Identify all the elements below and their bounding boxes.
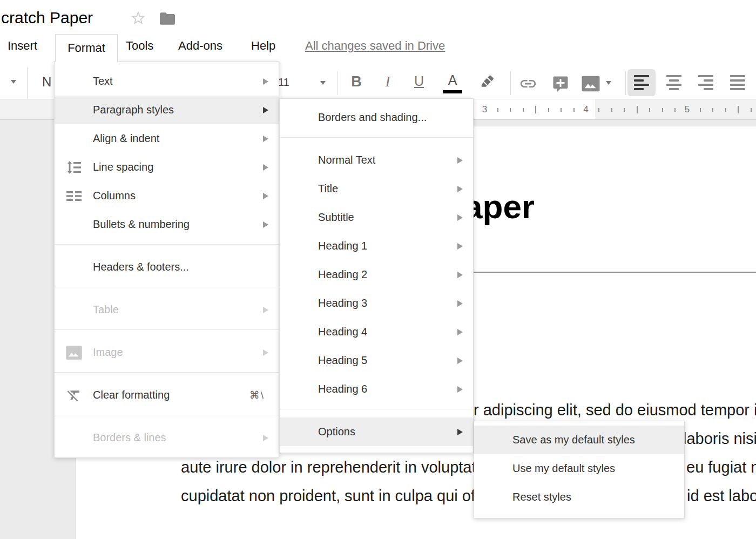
justify-icon[interactable] [724, 69, 752, 96]
document-name-field[interactable]: cratch Paper [1, 9, 93, 27]
ruler-number: 4 [583, 104, 588, 115]
toolbar-divider [625, 71, 626, 95]
align-right-icon[interactable] [692, 69, 720, 96]
menu-item-subtitle[interactable]: Subtitle [280, 203, 473, 232]
italic-button[interactable]: I [377, 73, 399, 90]
highlight-icon[interactable] [477, 72, 496, 91]
submenu-arrow-icon [457, 214, 463, 221]
menu-separator [55, 244, 279, 245]
ruler-number: 3 [482, 104, 487, 115]
menu-format[interactable]: Format [55, 34, 118, 62]
menu-item-label: Heading 5 [318, 354, 457, 367]
folder-icon[interactable] [159, 11, 176, 26]
menu-item-label: Table [93, 304, 263, 316]
menu-separator [280, 409, 473, 409]
ruler-tick [523, 108, 524, 112]
menu-item-columns[interactable]: Columns [55, 181, 279, 210]
menu-item-label: Borders and shading... [318, 111, 473, 124]
menu-item-label: Paragraph styles [93, 104, 263, 116]
submenu-arrow-icon [263, 136, 268, 142]
ruler-tick [561, 108, 562, 112]
menu-item-label: Subtitle [318, 211, 457, 224]
menu-separator [280, 137, 473, 138]
menu-item-title[interactable]: Title [280, 174, 473, 203]
insert-image-icon[interactable] [581, 75, 600, 92]
submenu-arrow-icon [263, 78, 268, 85]
menu-item-label: Heading 3 [318, 297, 457, 309]
image-icon [55, 345, 93, 360]
menu-item-label: Bullets & numbering [93, 218, 263, 231]
image-options-caret-icon[interactable] [606, 81, 611, 85]
ruler-tick [649, 108, 650, 112]
paragraph-styles-options-submenu: Save as my default stylesUse my default … [474, 421, 685, 518]
menu-item-line-spacing[interactable]: Line spacing [55, 153, 279, 181]
submenu-arrow-icon [457, 358, 463, 364]
google-docs-window: Scratch Paper r adipiscing elit, sed do … [0, 0, 756, 539]
menu-separator [55, 329, 279, 330]
menu-item-normal-text[interactable]: Normal Text [280, 146, 473, 174]
menu-tools[interactable]: Tools [126, 39, 153, 53]
line-spacing-icon [55, 159, 93, 176]
menu-item-label: Text [93, 75, 263, 87]
menu-item-label: Image [93, 346, 263, 359]
submenu-arrow-icon [457, 429, 463, 435]
dropdown-caret-icon[interactable] [11, 80, 16, 84]
menu-item-label: Heading 1 [318, 240, 457, 252]
ruler-tick [751, 108, 752, 112]
menu-item-bullets-numbering[interactable]: Bullets & numbering [55, 210, 279, 239]
ruler-tick [674, 108, 676, 112]
submenu-arrow-icon [457, 272, 463, 278]
text-color-button[interactable]: A [441, 72, 464, 88]
menu-item-heading-4[interactable]: Heading 4 [280, 318, 473, 346]
toolbar-divider [510, 71, 511, 95]
menu-item-label: Reset styles [512, 491, 684, 503]
menu-item-heading-2[interactable]: Heading 2 [280, 260, 473, 289]
menu-item-heading-3[interactable]: Heading 3 [280, 289, 473, 318]
menu-item-shortcut: ⌘\ [249, 389, 265, 401]
menu-item-save-as-my-default-styles[interactable]: Save as my default styles [474, 426, 684, 454]
paragraph-style-dropdown[interactable]: N [42, 75, 51, 90]
text-color-swatch [443, 90, 462, 93]
menu-item-headers-footers[interactable]: Headers & footers... [55, 253, 279, 281]
menu-item-label: Headers & footers... [93, 261, 279, 273]
toolbar-divider [27, 68, 28, 99]
menu-item-heading-6[interactable]: Heading 6 [280, 375, 473, 403]
menu-insert[interactable]: Insert [8, 39, 37, 53]
menu-item-label: Heading 2 [318, 268, 457, 281]
underline-button[interactable]: U [408, 73, 430, 89]
font-size-caret-icon[interactable] [320, 81, 326, 85]
menu-item-paragraph-styles[interactable]: Paragraph styles [55, 96, 279, 124]
menu-item-borders-and-shading[interactable]: Borders and shading... [280, 103, 473, 132]
star-outline-icon[interactable] [131, 11, 146, 26]
ruler-tick [548, 108, 549, 112]
align-left-icon[interactable] [627, 69, 656, 96]
menu-addons[interactable]: Add-ons [178, 39, 222, 53]
menu-item-clear-formatting[interactable]: Clear formatting⌘\ [55, 381, 279, 409]
ruler-tick [535, 106, 536, 113]
menu-item-borders-lines: Borders & lines [55, 423, 279, 452]
menu-item-image: Image [55, 338, 279, 367]
ruler-tick [573, 108, 575, 112]
menu-item-options[interactable]: Options [280, 417, 473, 446]
ruler-tick [611, 108, 612, 112]
menu-help[interactable]: Help [251, 39, 275, 53]
submenu-arrow-icon [457, 329, 463, 335]
menu-separator [55, 287, 279, 287]
link-icon[interactable] [517, 75, 539, 93]
format-menu: TextParagraph stylesAlign & indentLine s… [54, 61, 279, 458]
menu-item-label: Heading 4 [318, 326, 457, 338]
save-status-link[interactable]: All changes saved in Drive [305, 39, 445, 53]
bold-button[interactable]: B [346, 73, 367, 90]
menu-item-use-my-default-styles[interactable]: Use my default styles [474, 454, 684, 483]
align-center-icon[interactable] [660, 69, 688, 96]
menu-item-text[interactable]: Text [55, 67, 279, 96]
menu-item-reset-styles[interactable]: Reset styles [474, 483, 684, 511]
menu-item-label: Use my default styles [512, 462, 684, 475]
menu-item-align-indent[interactable]: Align & indent [55, 124, 279, 153]
add-comment-icon[interactable] [551, 74, 570, 93]
submenu-arrow-icon [457, 386, 463, 393]
menu-item-heading-1[interactable]: Heading 1 [280, 232, 473, 260]
menu-item-heading-5[interactable]: Heading 5 [280, 346, 473, 375]
font-size-value[interactable]: 11 [278, 76, 289, 89]
menu-item-label: Borders & lines [93, 432, 263, 444]
